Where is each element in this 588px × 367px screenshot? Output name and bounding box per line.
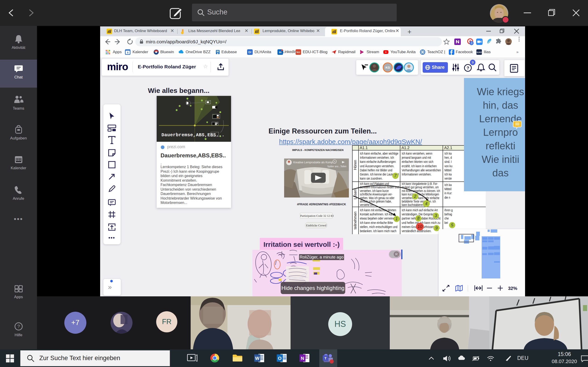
svg-text:Später ans...: Später ans...	[327, 165, 340, 168]
svg-text:ILIAS: ILIAS	[477, 51, 482, 53]
svg-text:Dauerbremse,ABS,EBS...: Dauerbremse,ABS,EBS...	[162, 132, 225, 138]
svg-text:W: W	[255, 356, 259, 361]
svg-text:32%: 32%	[508, 286, 517, 291]
svg-text:Kreative Lernprodukte als Komp: Kreative Lernprodukte als Komp...	[293, 161, 335, 164]
svg-text:?: ?	[467, 66, 469, 70]
svg-text:N: N	[301, 356, 304, 361]
svg-text:KG: KG	[385, 66, 390, 69]
svg-text:8: 8	[127, 51, 128, 54]
svg-text:bzz: bzz	[296, 51, 300, 53]
svg-text:T: T	[324, 356, 326, 360]
svg-text:3: 3	[471, 42, 473, 45]
svg-text:O: O	[278, 356, 282, 361]
svg-text:D!: D!	[248, 50, 251, 54]
svg-text:in: in	[279, 51, 282, 54]
svg-text:Teilen: Teilen	[340, 165, 346, 168]
svg-text:?: ?	[17, 324, 20, 329]
